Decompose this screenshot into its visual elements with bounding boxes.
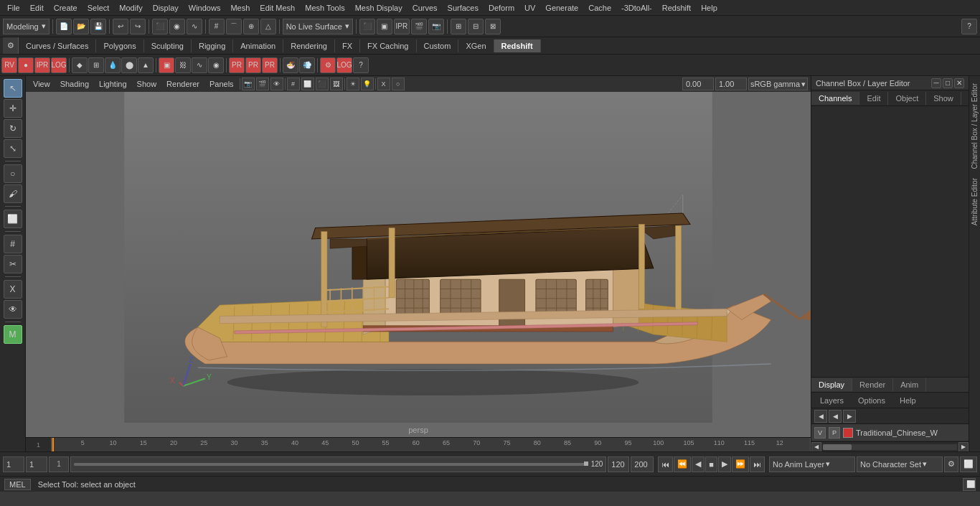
menu-display[interactable]: Display	[149, 2, 183, 14]
range-start-field[interactable]: 1	[3, 456, 24, 472]
maya-logo-btn[interactable]: M	[4, 325, 22, 344]
end-frame-field[interactable]: 120	[608, 456, 629, 472]
rp-maximize-btn[interactable]: □	[943, 78, 953, 88]
layer-visibility-btn[interactable]: V	[814, 427, 826, 439]
rp-layers-options[interactable]: Options	[852, 395, 891, 406]
tab-fx-caching[interactable]: FX Caching	[360, 39, 416, 52]
vp-field2[interactable]: 1.00	[715, 78, 747, 90]
rp-scroll-track[interactable]	[823, 444, 957, 450]
rp-layers-help[interactable]: Help	[894, 395, 922, 406]
menu-mesh-tools[interactable]: Mesh Tools	[301, 2, 349, 14]
vp-menu-lighting[interactable]: Lighting	[95, 78, 131, 90]
menu-help[interactable]: Help	[697, 2, 722, 14]
rp-close-btn[interactable]: ✕	[954, 78, 964, 88]
rs-sett-btn[interactable]: ⚙	[320, 57, 336, 73]
menu-uv[interactable]: UV	[520, 2, 540, 14]
transport-step-back-btn[interactable]: ⏪	[674, 456, 691, 472]
rs-cube-btn[interactable]: ▣	[159, 57, 174, 73]
ipr-btn[interactable]: IPR	[394, 19, 410, 34]
drop-btn[interactable]: 💧	[105, 57, 121, 73]
rp-scroll-thumb[interactable]	[823, 444, 852, 450]
menu-deform[interactable]: Deform	[484, 2, 519, 14]
rs-sphere2-btn[interactable]: ◉	[208, 57, 224, 73]
rp-tab-show[interactable]: Show	[926, 92, 961, 105]
sphere-btn[interactable]: ⬤	[121, 57, 137, 73]
language-selector[interactable]: MEL	[4, 479, 31, 490]
rs-log-btn[interactable]: LOG	[51, 57, 67, 73]
xray-btn[interactable]: X	[4, 280, 22, 299]
undo-btn[interactable]: ↩	[113, 19, 128, 34]
rs-wave-btn[interactable]: ∿	[192, 57, 207, 73]
rp-tab-render[interactable]: Render	[852, 378, 893, 391]
vp-menu-shading[interactable]: Shading	[56, 78, 93, 90]
timeline-bar[interactable]: 1 1 5 10 15 20 25 30 35 40 45 50 55 60 6…	[26, 437, 811, 451]
current-frame-field[interactable]: 1	[26, 456, 47, 472]
transport-stop-btn[interactable]: ■	[705, 456, 717, 472]
diamond-btn[interactable]: ◆	[72, 57, 88, 73]
tab-custom[interactable]: Custom	[417, 39, 459, 52]
bowl-btn[interactable]: 🍜	[283, 57, 298, 73]
range-slider[interactable]: 120	[70, 456, 606, 472]
show-all-btn[interactable]: 👁	[4, 300, 22, 319]
tab-rigging[interactable]: Rigging	[192, 39, 233, 52]
open-file-btn[interactable]: 📂	[73, 19, 89, 34]
select-obj-btn[interactable]: ◉	[169, 19, 185, 34]
lasso-btn[interactable]: ∿	[187, 19, 202, 34]
snap-point-btn[interactable]: ⊕	[243, 19, 259, 34]
char-set-dropdown[interactable]: No Character Set ▾	[857, 456, 943, 472]
transport-end-btn[interactable]: ⏭	[750, 456, 765, 472]
settings-icon-btn[interactable]: ⚙	[3, 37, 19, 54]
render-region-btn[interactable]: ▣	[377, 19, 392, 34]
tab-polygons[interactable]: Polygons	[96, 39, 143, 52]
timeline-cursor[interactable]	[52, 438, 54, 451]
timeline-track[interactable]: 1 5 10 15 20 25 30 35 40 45 50 55 60 65 …	[52, 438, 811, 451]
vp-film-icon[interactable]: 🎬	[256, 78, 269, 90]
multi-cut-btn[interactable]: ✂	[4, 255, 22, 273]
transport-play-btn[interactable]: ▶	[718, 456, 731, 472]
vp-cam-icon[interactable]: 📷	[242, 78, 255, 90]
no-live-surface-dropdown[interactable]: No Live Surface ▾	[283, 19, 353, 34]
anim-extra-btn[interactable]: ⬜	[960, 456, 977, 472]
rp-tab-object[interactable]: Object	[888, 92, 926, 105]
vp-wire-icon[interactable]: ⬜	[301, 78, 314, 90]
menu-redshift[interactable]: Redshift	[658, 2, 695, 14]
layers-next-btn[interactable]: ▶	[843, 410, 856, 423]
rotate-tool-btn[interactable]: ↻	[4, 119, 22, 138]
tab-curves-surfaces[interactable]: Curves / Surfaces	[19, 39, 96, 52]
select-mode-btn[interactable]: ⬛	[152, 19, 168, 34]
renderview-btn[interactable]: 🎬	[411, 19, 427, 34]
vp-menu-panels[interactable]: Panels	[205, 78, 238, 90]
vp-grid-icon[interactable]: #	[287, 78, 300, 90]
workspace-dropdown[interactable]: Modeling ▾	[3, 19, 50, 34]
vp-menu-renderer[interactable]: Renderer	[162, 78, 204, 90]
status-settings-btn[interactable]: ⬜	[963, 478, 976, 491]
smoke-btn[interactable]: 💨	[299, 57, 315, 73]
rs-chain-btn[interactable]: ⛓	[175, 57, 191, 73]
tab-fx[interactable]: FX	[335, 39, 360, 52]
menu-edit[interactable]: Edit	[26, 2, 48, 14]
redo-btn[interactable]: ↪	[130, 19, 146, 34]
frame-indicator[interactable]: 1	[49, 456, 69, 472]
menu-mesh-display[interactable]: Mesh Display	[351, 2, 407, 14]
range-end-field[interactable]: 200	[631, 456, 654, 472]
menu-windows[interactable]: Windows	[184, 2, 225, 14]
rs-rec-btn[interactable]: ●	[18, 57, 34, 73]
tab-xgen[interactable]: XGen	[458, 39, 494, 52]
tab-rendering[interactable]: Rendering	[283, 39, 335, 52]
vp-field1[interactable]: 0.00	[682, 78, 714, 90]
menu-mesh[interactable]: Mesh	[226, 2, 254, 14]
vp-eye-icon[interactable]: 👁	[270, 78, 283, 90]
tab-animation[interactable]: Animation	[233, 39, 283, 52]
rs-pr3-btn[interactable]: PR	[262, 57, 278, 73]
layout-btn2[interactable]: ⊟	[468, 19, 484, 34]
menu-surfaces[interactable]: Surfaces	[443, 2, 483, 14]
layout-btn3[interactable]: ⊠	[485, 19, 501, 34]
menu-edit-mesh[interactable]: Edit Mesh	[255, 2, 299, 14]
help-btn[interactable]: ?	[961, 19, 977, 34]
vp-isolate-icon[interactable]: ○	[392, 78, 405, 90]
cam-btn[interactable]: 📷	[428, 19, 444, 34]
rs-pr2-btn[interactable]: PR	[245, 57, 261, 73]
rp-tab-anim[interactable]: Anim	[893, 378, 926, 391]
edge-tab-attribute-editor[interactable]: Attribute Editor	[969, 174, 980, 230]
rp-tab-channels[interactable]: Channels	[811, 92, 859, 105]
